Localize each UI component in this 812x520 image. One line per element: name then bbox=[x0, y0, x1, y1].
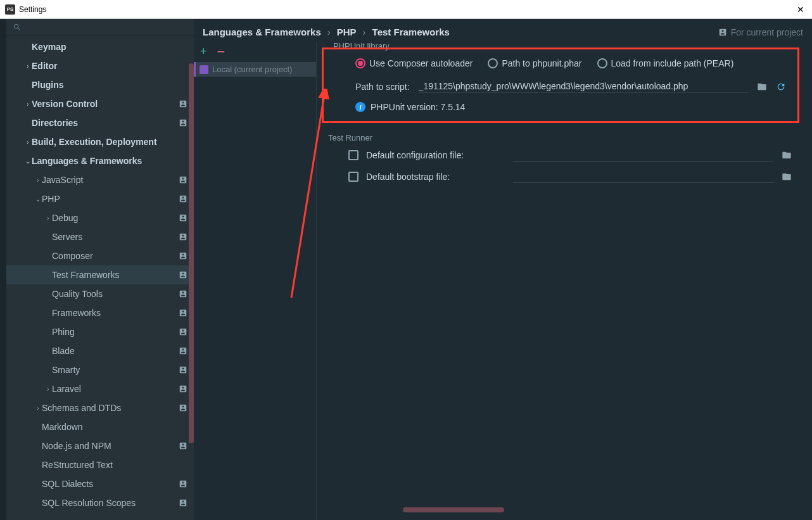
radio-icon bbox=[355, 58, 365, 68]
tree-item[interactable]: SQL Dialects bbox=[6, 474, 194, 493]
project-scope-icon bbox=[718, 28, 727, 37]
tree-item[interactable]: Smarty bbox=[6, 360, 194, 379]
tree-item[interactable]: Plugins bbox=[6, 75, 194, 94]
tree-item-label: Editor bbox=[32, 61, 187, 71]
project-icon bbox=[179, 403, 187, 412]
checkbox-bootstrap[interactable] bbox=[348, 172, 358, 182]
tree-item-label: Languages & Frameworks bbox=[32, 156, 187, 166]
radio-icon bbox=[597, 58, 607, 68]
tree-item-label: PHP bbox=[42, 194, 179, 204]
tree-item-label: Schemas and DTDs bbox=[42, 403, 179, 413]
add-button[interactable]: + bbox=[200, 45, 207, 58]
tree-item[interactable]: ›Laravel bbox=[6, 379, 194, 398]
folder-icon[interactable] bbox=[782, 150, 792, 160]
horizontal-scrollbar[interactable] bbox=[403, 507, 504, 512]
tree-item[interactable]: Phing bbox=[6, 322, 194, 341]
tree-item-label: Test Frameworks bbox=[52, 270, 179, 280]
tree-item[interactable]: Composer bbox=[6, 246, 194, 265]
chevron-right-icon: › bbox=[44, 215, 52, 222]
project-icon bbox=[179, 118, 187, 127]
tree-item-label: Version Control bbox=[32, 99, 179, 109]
detail-panel: PHPUnit library Use Composer autoloader … bbox=[317, 42, 812, 520]
left-gutter bbox=[0, 19, 6, 520]
window-title: Settings bbox=[19, 5, 46, 14]
tree-item[interactable]: ›Version Control bbox=[6, 94, 194, 113]
crumb-a[interactable]: Languages & Frameworks bbox=[203, 27, 321, 37]
config-list-item[interactable]: Local (current project) bbox=[194, 62, 316, 77]
tag-icon bbox=[200, 65, 208, 74]
tree-item-label: Markdown bbox=[42, 422, 187, 432]
info-icon: i bbox=[355, 102, 365, 112]
tree-item[interactable]: ›JavaScript bbox=[6, 170, 194, 189]
tree-item[interactable]: ⌄PHP bbox=[6, 189, 194, 208]
tree-item-label: Debug bbox=[52, 213, 179, 223]
scope-label: For current project bbox=[731, 27, 803, 37]
radio-icon bbox=[488, 58, 498, 68]
remove-button[interactable]: − bbox=[217, 48, 225, 56]
project-icon bbox=[179, 498, 187, 507]
chevron-down-icon: ⌄ bbox=[34, 196, 42, 203]
folder-icon[interactable] bbox=[782, 172, 792, 182]
folder-icon[interactable] bbox=[757, 82, 767, 92]
project-icon bbox=[179, 327, 187, 336]
app-icon: PS bbox=[5, 4, 15, 15]
chevron-right-icon: › bbox=[34, 177, 42, 184]
project-icon bbox=[179, 194, 187, 203]
tree-item[interactable]: Keymap bbox=[6, 37, 194, 56]
radio-pear[interactable]: Load from include path (PEAR) bbox=[597, 58, 734, 68]
tree-item[interactable]: Quality Tools bbox=[6, 284, 194, 303]
phpunit-library-box: Use Composer autoloader Path to phpunit.… bbox=[322, 48, 799, 123]
config-file-input[interactable] bbox=[513, 149, 774, 162]
scrollbar-thumb[interactable] bbox=[189, 63, 194, 443]
project-icon bbox=[179, 308, 187, 317]
crumb-b[interactable]: PHP bbox=[337, 27, 357, 37]
tree-item[interactable]: ReStructured Text bbox=[6, 455, 194, 474]
checkbox-config[interactable] bbox=[348, 150, 358, 160]
content-panel: Languages & Frameworks › PHP › Test Fram… bbox=[194, 19, 812, 520]
project-icon bbox=[179, 175, 187, 184]
tree-item-label: Smarty bbox=[52, 365, 179, 375]
tree-item[interactable]: Frameworks bbox=[6, 303, 194, 322]
config-file-label: Default configuration file: bbox=[366, 150, 505, 160]
tree-item-label: SQL Dialects bbox=[42, 479, 179, 489]
runner-legend: Test Runner bbox=[328, 133, 804, 143]
tree-item[interactable]: ›Debug bbox=[6, 208, 194, 227]
tree-item[interactable]: ›Schemas and DTDs bbox=[6, 398, 194, 417]
chevron-right-icon: › bbox=[363, 27, 366, 37]
tree-item[interactable]: Blade bbox=[6, 341, 194, 360]
tree-item-label: JavaScript bbox=[42, 175, 179, 185]
chevron-down-icon: ⌄ bbox=[24, 158, 32, 165]
tree-item[interactable]: ›Build, Execution, Deployment bbox=[6, 132, 194, 151]
tree-item-label: ReStructured Text bbox=[42, 460, 187, 470]
version-text: PHPUnit version: 7.5.14 bbox=[371, 102, 465, 112]
project-icon bbox=[179, 289, 187, 298]
tree-item[interactable]: ›Editor bbox=[6, 56, 194, 75]
tree-item[interactable]: SQL Resolution Scopes bbox=[6, 493, 194, 512]
path-input[interactable]: _191125\phpstudy_pro\WWW\legend3\legend3… bbox=[419, 80, 748, 93]
radio-phar[interactable]: Path to phpunit.phar bbox=[488, 58, 581, 68]
list-item-label: Local (current project) bbox=[212, 65, 292, 74]
project-icon bbox=[179, 384, 187, 393]
config-list-column: + − Local (current project) bbox=[194, 42, 317, 520]
project-icon bbox=[179, 99, 187, 108]
search-icon bbox=[13, 23, 22, 32]
radio-label: Path to phpunit.phar bbox=[502, 58, 581, 68]
tree-item[interactable]: Node.js and NPM bbox=[6, 436, 194, 455]
crumb-c: Test Frameworks bbox=[372, 27, 450, 37]
close-icon[interactable]: ✕ bbox=[794, 4, 807, 15]
search-input[interactable] bbox=[6, 19, 194, 36]
tree-item[interactable]: Directories bbox=[6, 113, 194, 132]
tree-item[interactable]: Test Frameworks bbox=[6, 265, 194, 284]
tree-item[interactable]: ⌄Languages & Frameworks bbox=[6, 151, 194, 170]
tree-item-label: Node.js and NPM bbox=[42, 441, 179, 451]
project-icon bbox=[179, 270, 187, 279]
chevron-right-icon: › bbox=[24, 139, 32, 146]
tree-item[interactable]: Markdown bbox=[6, 417, 194, 436]
bootstrap-file-input[interactable] bbox=[513, 170, 774, 183]
radio-composer[interactable]: Use Composer autoloader bbox=[355, 58, 473, 68]
refresh-icon[interactable] bbox=[776, 82, 786, 92]
tree-item[interactable]: Servers bbox=[6, 227, 194, 246]
path-label: Path to script: bbox=[355, 82, 410, 92]
radio-label: Use Composer autoloader bbox=[369, 58, 473, 68]
project-icon bbox=[179, 365, 187, 374]
